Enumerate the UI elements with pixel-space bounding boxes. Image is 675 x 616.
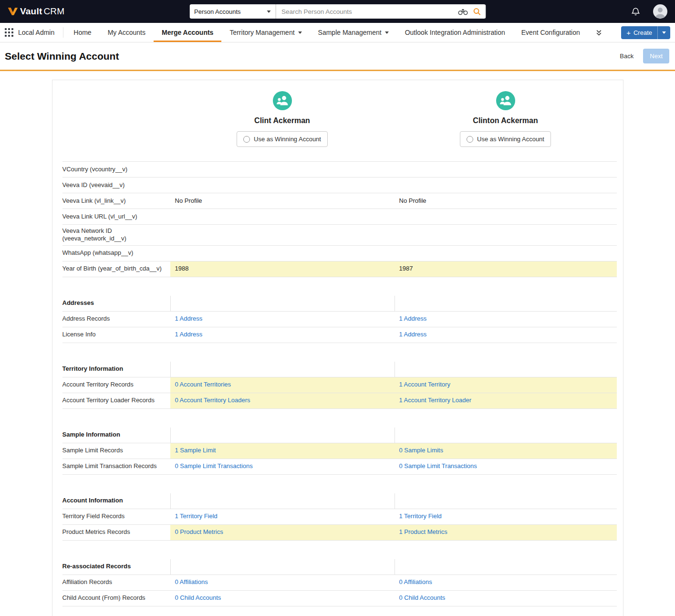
record-row: Address Records1 Address1 Address xyxy=(62,312,617,327)
app-launcher-grid-icon[interactable] xyxy=(5,28,13,37)
record-link[interactable]: 0 Product Metrics xyxy=(175,528,223,536)
field-value: No Profile xyxy=(399,197,426,205)
record-link[interactable]: 1 Account Territory xyxy=(399,381,450,388)
left-account-value xyxy=(170,177,395,193)
record-link[interactable]: 0 Child Accounts xyxy=(399,594,446,602)
double-chevron-down-icon xyxy=(596,29,602,36)
left-account-value: 1988 xyxy=(170,261,395,277)
record-link[interactable]: 1 Sample Limit xyxy=(175,447,216,454)
field-label: Veeva ID (veevaid__v) xyxy=(62,177,170,193)
right-account-value: 1987 xyxy=(395,261,617,277)
next-button[interactable]: Next xyxy=(643,49,669,63)
winning-button-label: Use as Winning Account xyxy=(254,136,321,143)
tab-outlook-integration-administration[interactable]: Outlook Integration Administration xyxy=(397,23,513,42)
account-columns: Clint Ackerman Use as Winning Account Cl… xyxy=(62,91,617,147)
right-account-value: No Profile xyxy=(395,193,617,209)
record-link[interactable]: 1 Account Territory Loader xyxy=(399,397,472,404)
search-box xyxy=(276,4,486,19)
tab-merge-accounts[interactable]: Merge Accounts xyxy=(154,23,221,42)
record-link[interactable]: 1 Address xyxy=(399,315,427,323)
record-link[interactable]: 1 Territory Field xyxy=(175,512,218,520)
record-link[interactable]: 0 Sample Limit Transactions xyxy=(175,462,253,470)
account-name: Clint Ackerman xyxy=(254,116,310,125)
tab-sample-management[interactable]: Sample Management xyxy=(310,23,397,42)
search-icon[interactable] xyxy=(473,8,481,16)
section-header-cell xyxy=(170,362,395,377)
field-label: Product Metrics Records xyxy=(62,525,170,540)
field-label: Address Records xyxy=(62,312,170,327)
record-link[interactable]: 0 Account Territory Loaders xyxy=(175,397,250,404)
left-account-value: 0 Affiliations xyxy=(170,575,395,590)
record-link[interactable]: 1 Product Metrics xyxy=(399,528,447,536)
tab-my-accounts[interactable]: My Accounts xyxy=(100,23,154,42)
tab-label: Event Configuration xyxy=(521,29,580,36)
right-account-value: 1 Account Territory xyxy=(395,377,617,393)
left-account-value: 0 Account Territory Loaders xyxy=(170,393,395,408)
section-territory-information: Territory InformationAccount Territory R… xyxy=(62,362,617,409)
tab-event-configuration[interactable]: Event Configuration xyxy=(513,23,588,42)
right-account-value xyxy=(395,162,617,177)
field-label: Year of Birth (year_of_birth_cda__v) xyxy=(62,261,170,277)
caret-down-icon xyxy=(662,31,666,34)
bell-icon[interactable] xyxy=(631,6,641,17)
vault-crm-logo[interactable]: VaultCRM xyxy=(8,6,64,17)
person-icon xyxy=(496,91,515,110)
left-account-value xyxy=(170,246,395,261)
record-link[interactable]: 1 Address xyxy=(399,331,427,338)
create-button[interactable]: + Create xyxy=(621,26,657,39)
radio-unchecked-icon xyxy=(243,136,250,143)
left-account-value: No Profile xyxy=(170,193,395,209)
back-button[interactable]: Back xyxy=(620,52,633,60)
user-avatar-icon[interactable] xyxy=(653,4,667,19)
account-name: Clinton Ackerman xyxy=(473,116,538,125)
more-tabs-button[interactable] xyxy=(588,23,610,42)
create-menu-button[interactable] xyxy=(657,26,670,39)
section-title: Account Information xyxy=(62,493,170,509)
field-label: Veeva Network ID (veeva_network_id__v) xyxy=(62,225,170,245)
record-link[interactable]: 1 Address xyxy=(175,315,203,323)
record-link[interactable]: 0 Child Accounts xyxy=(175,594,221,602)
section-header: Account Information xyxy=(62,493,617,509)
tab-label: Outlook Integration Administration xyxy=(405,29,505,36)
record-link[interactable]: 1 Address xyxy=(175,331,203,338)
left-account-value: 1 Address xyxy=(170,312,395,327)
right-account-value: 1 Product Metrics xyxy=(395,525,617,540)
field-label: WhatsApp (whatsapp__v) xyxy=(62,246,170,261)
field-label: Veeva Link (vl_link__v) xyxy=(62,193,170,209)
search-scope-select[interactable]: Person Accounts xyxy=(189,4,276,19)
topbar-right xyxy=(631,4,667,19)
binoculars-icon[interactable] xyxy=(457,8,468,15)
right-account-value: 0 Affiliations xyxy=(395,575,617,590)
record-link[interactable]: 0 Affiliations xyxy=(399,578,432,586)
record-row: Territory Field Records1 Territory Field… xyxy=(62,509,617,525)
record-link[interactable]: 1 Territory Field xyxy=(399,512,442,520)
left-account-value xyxy=(170,162,395,177)
record-link[interactable]: 0 Sample Limits xyxy=(399,447,443,454)
section-title: Sample Information xyxy=(62,428,170,443)
nav-left: Local Admin xyxy=(5,23,54,42)
field-comparison-table: VCountry (vcountry__v)Veeva ID (veevaid_… xyxy=(62,161,617,277)
record-row: License Info1 Address1 Address xyxy=(62,327,617,343)
search-input[interactable] xyxy=(280,8,453,16)
global-search: Person Accounts xyxy=(189,4,486,19)
account-right: Clinton Ackerman Use as Winning Account xyxy=(395,91,617,147)
winning-button-label: Use as Winning Account xyxy=(477,136,544,143)
section-sample-information: Sample InformationSample Limit Records1 … xyxy=(62,428,617,475)
field-row: Veeva Link URL (vl_url__v) xyxy=(62,209,617,225)
tab-home[interactable]: Home xyxy=(65,23,99,42)
caret-down-icon xyxy=(298,31,302,34)
right-account-value: 1 Account Territory Loader xyxy=(395,393,617,408)
field-row: WhatsApp (whatsapp__v) xyxy=(62,246,617,261)
record-link[interactable]: 0 Sample Limit Transactions xyxy=(399,462,477,470)
right-account-value: 0 Sample Limits xyxy=(395,443,617,459)
record-row: Account Territory Records0 Account Terri… xyxy=(62,377,617,393)
record-link[interactable]: 0 Account Territories xyxy=(175,381,231,388)
use-as-winning-account-button[interactable]: Use as Winning Account xyxy=(460,131,551,147)
tab-territory-management[interactable]: Territory Management xyxy=(221,23,310,42)
section-addresses: AddressesAddress Records1 Address1 Addre… xyxy=(62,296,617,343)
record-row: Child Account (From) Records0 Child Acco… xyxy=(62,591,617,606)
use-as-winning-account-button[interactable]: Use as Winning Account xyxy=(237,131,328,147)
field-row: Veeva Network ID (veeva_network_id__v) xyxy=(62,225,617,246)
record-link[interactable]: 0 Affiliations xyxy=(175,578,208,586)
right-account-value: 1 Territory Field xyxy=(395,509,617,524)
